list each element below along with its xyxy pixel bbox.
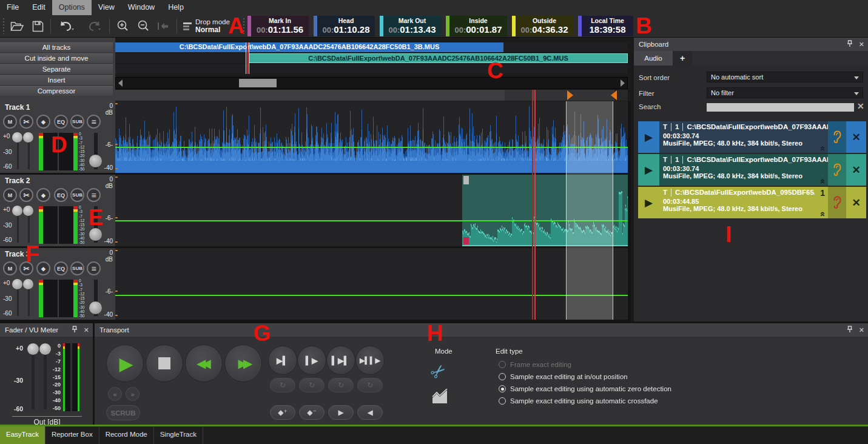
clip-row-1[interactable]: ▶ T1C:\BCSData\FullExport\webDA_07F93AAA… [638, 121, 866, 153]
drop-mode-control[interactable]: Drop mode Normal [183, 18, 230, 34]
track-2-eq-button[interactable]: EQ [54, 188, 68, 202]
close-icon[interactable]: ✕ [859, 326, 864, 335]
track-1-eq-button[interactable]: EQ [54, 115, 68, 129]
timeline-ruler[interactable] [115, 90, 628, 101]
loop-2-button[interactable]: ↻ [299, 378, 325, 392]
scrollbar-thumb[interactable] [239, 79, 277, 87]
skip-forward-button[interactable]: » [126, 387, 140, 401]
clip-row-2[interactable]: ▶ T1C:\BCSData\FullExport\webDA_07F93AAA… [638, 154, 866, 186]
track-1-sub-button[interactable]: SUB [70, 115, 84, 129]
rewind-button[interactable]: ◀◀ [185, 345, 223, 382]
play-from-mark-button[interactable]: ▍▶ [297, 346, 326, 375]
close-icon[interactable]: ✕ [84, 326, 89, 335]
fast-forward-button[interactable]: ▶▶ [224, 345, 262, 382]
menu-file[interactable]: File [0, 0, 25, 15]
playhead-line-left[interactable] [532, 90, 533, 320]
track-2-gain-knob[interactable] [12, 206, 22, 216]
selection-region[interactable] [566, 101, 613, 320]
track-3-mute-button[interactable]: M [3, 261, 17, 275]
play-to-mark-button[interactable]: ▶▍ [268, 346, 297, 375]
track-1-gain-knob[interactable] [12, 132, 22, 143]
tool-cut-inside-and-move[interactable]: Cut inside and move [0, 53, 113, 63]
track-2-marker-button[interactable]: ◆ [36, 188, 50, 202]
clip-remove-button[interactable]: ✕ [846, 187, 866, 218]
mark-out-triangle[interactable] [611, 90, 617, 100]
tab-record-mode[interactable]: Record Mode [99, 426, 154, 444]
collapse-chevron-icon[interactable]: « [820, 146, 826, 151]
add-tab-button[interactable]: + [673, 51, 692, 66]
track-2-waveform[interactable] [115, 175, 628, 246]
track-1-waveform[interactable] [115, 101, 628, 173]
track-2-fader-knob[interactable] [89, 228, 102, 241]
remove-marker-button[interactable]: ◆⁻ [299, 405, 325, 420]
trim-button[interactable] [153, 18, 174, 35]
track-1-pan-knob[interactable] [23, 132, 33, 143]
search-clear-icon[interactable]: ✕ [857, 101, 864, 111]
redo-button[interactable] [80, 18, 107, 35]
clip-play-button[interactable]: ▶ [638, 154, 659, 186]
track-1-menu-button[interactable]: ≡ [87, 115, 101, 129]
play-selection-button[interactable]: ▍▶▍ [326, 346, 355, 375]
track-3-menu-button[interactable]: ≡ [87, 261, 101, 275]
overview-clip-bottom[interactable]: C:\BCSData\FullExport\webDA_07F93AAADC25… [249, 53, 628, 63]
radio-sample-crossfade[interactable]: Sample exact editing using automatic cro… [499, 397, 658, 405]
cut-mode-icon[interactable]: ✂ [426, 358, 451, 385]
track-2-sub-button[interactable]: SUB [70, 188, 84, 202]
track-1-marker-button[interactable]: ◆ [36, 115, 50, 129]
track-3-eq-button[interactable]: EQ [54, 261, 68, 275]
collapse-chevron-icon[interactable]: « [820, 179, 826, 184]
out-fader-left-track[interactable] [32, 349, 35, 409]
out-fader-right-track[interactable] [44, 349, 47, 409]
tool-compressor[interactable]: Compressor [0, 86, 113, 96]
scroll-right-arrow[interactable] [621, 79, 625, 87]
prev-marker-button[interactable]: ◀ [357, 405, 383, 420]
track-2-volume-envelope[interactable] [115, 220, 628, 221]
radio-sample-inout[interactable]: Sample exact editing at in/out position [499, 373, 628, 380]
stop-button[interactable] [146, 345, 183, 382]
close-icon[interactable]: ✕ [859, 40, 864, 50]
prelisten-ear-icon[interactable] [828, 187, 846, 218]
loop-3-button[interactable]: ↻ [328, 378, 354, 392]
prelisten-ear-icon[interactable] [828, 154, 846, 186]
play-button[interactable]: ▶ [106, 345, 144, 382]
toolbar-grip[interactable] [2, 18, 5, 34]
prelisten-ear-icon[interactable] [828, 121, 846, 153]
menu-help[interactable]: Help [161, 0, 190, 15]
add-marker-button[interactable]: ◆⁺ [270, 405, 295, 420]
out-fader-left-knob[interactable] [27, 343, 39, 355]
menu-options[interactable]: Options [52, 0, 92, 15]
tab-singletrack[interactable]: SingleTrack [154, 426, 203, 444]
skip-back-button[interactable]: « [108, 387, 122, 401]
clip-remove-button[interactable]: ✕ [846, 154, 866, 186]
track-3-waveform[interactable] [115, 248, 628, 320]
tool-separate[interactable]: Separate [0, 64, 113, 74]
tool-all-tracks[interactable]: All tracks [0, 42, 113, 52]
zoom-out-button[interactable] [133, 18, 153, 35]
tab-reporter-box[interactable]: Reporter Box [45, 426, 99, 444]
undo-button[interactable] [53, 18, 80, 35]
track-3-volume-envelope[interactable] [115, 295, 628, 296]
tool-insert[interactable]: Insert [0, 75, 113, 85]
radio-sample-zero[interactable]: Sample exact editing using automatic zer… [499, 385, 671, 392]
mark-in-triangle[interactable] [567, 90, 573, 100]
collapse-chevron-icon[interactable]: « [820, 212, 826, 217]
track-1-volume-envelope[interactable] [115, 147, 628, 148]
scroll-left-arrow[interactable] [118, 79, 123, 87]
overview-clip-top[interactable]: C:\BCSData\FullExport\webDA_07F93AAADC25… [115, 42, 503, 52]
filter-dropdown[interactable]: No filter [707, 87, 863, 98]
clip-remove-button[interactable]: ✕ [846, 121, 866, 153]
track-3-gain-knob[interactable] [12, 279, 22, 289]
track-1-fader-knob[interactable] [89, 155, 102, 167]
open-file-button[interactable] [7, 18, 27, 35]
horizontal-scrollbar[interactable] [115, 77, 628, 89]
clip-play-button[interactable]: ▶ [638, 121, 659, 153]
track-1-mute-button[interactable]: M [3, 115, 17, 129]
save-button[interactable] [27, 18, 48, 35]
loop-1-button[interactable]: ↻ [270, 378, 295, 392]
track-3-pan-knob[interactable] [23, 279, 33, 289]
pin-icon[interactable] [847, 326, 853, 335]
clip-row-3[interactable]: ▶ TC:\BCSData\FullExport\webDA_095DBF65A… [638, 187, 866, 218]
playhead-line-right[interactable] [534, 90, 536, 320]
track-3-sub-button[interactable]: SUB [70, 261, 84, 275]
envelope-mode-icon[interactable] [432, 389, 448, 406]
